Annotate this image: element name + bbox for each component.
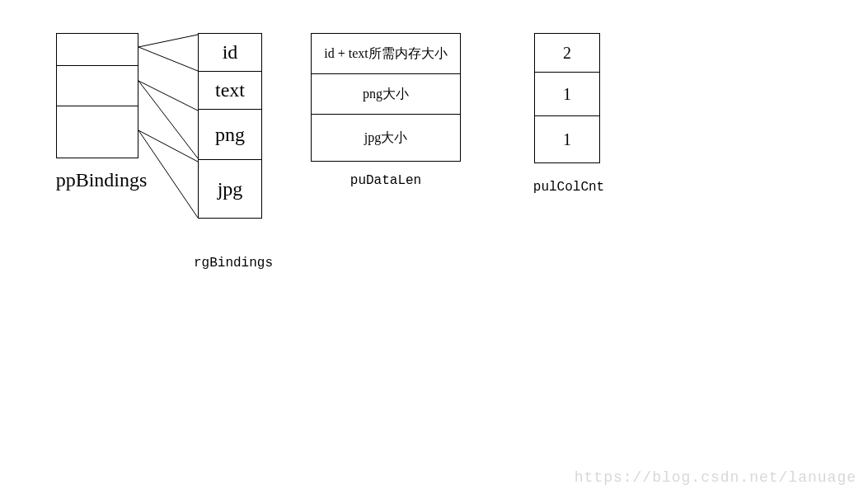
cell-text: 2 <box>563 44 571 63</box>
svg-line-2 <box>138 81 198 111</box>
pulcolcnt-cell-2: 1 <box>534 115 600 163</box>
pudatalen-cell-1: png大小 <box>311 73 461 115</box>
svg-line-1 <box>138 47 198 71</box>
svg-line-4 <box>138 130 198 162</box>
cell-text: 1 <box>563 85 571 104</box>
rgbindings-label: rgBindings <box>188 256 279 271</box>
ppbindings-cell-1 <box>56 65 138 106</box>
svg-line-0 <box>138 35 198 47</box>
cell-text: jpg大小 <box>364 129 407 147</box>
pudatalen-label: puDataLen <box>340 173 431 188</box>
pulcolcnt-cell-0: 2 <box>534 33 600 73</box>
pulcolcnt-label: pulColCnt <box>519 180 618 195</box>
rgbindings-cell-id: id <box>198 33 262 72</box>
rgbindings-cell-text: text <box>198 71 262 110</box>
ppbindings-label: ppBindings <box>48 169 155 191</box>
cell-text: id <box>223 41 238 64</box>
cell-text: id + text所需内存大小 <box>324 45 447 63</box>
rgbindings-cell-jpg: jpg <box>198 159 262 219</box>
svg-line-3 <box>138 81 198 158</box>
pudatalen-cell-2: jpg大小 <box>311 114 461 162</box>
pudatalen-cell-0: id + text所需内存大小 <box>311 33 461 74</box>
ppbindings-cell-2 <box>56 106 138 158</box>
cell-text: text <box>215 79 245 101</box>
pulcolcnt-cell-1: 1 <box>534 72 600 116</box>
cell-text: png <box>215 124 245 146</box>
watermark-text: https://blog.csdn.net/lanuage <box>575 469 856 486</box>
cell-text: jpg <box>218 178 243 200</box>
cell-text: png大小 <box>363 86 409 103</box>
rgbindings-cell-png: png <box>198 109 262 160</box>
cell-text: 1 <box>563 130 571 149</box>
ppbindings-cell-0 <box>56 33 138 66</box>
